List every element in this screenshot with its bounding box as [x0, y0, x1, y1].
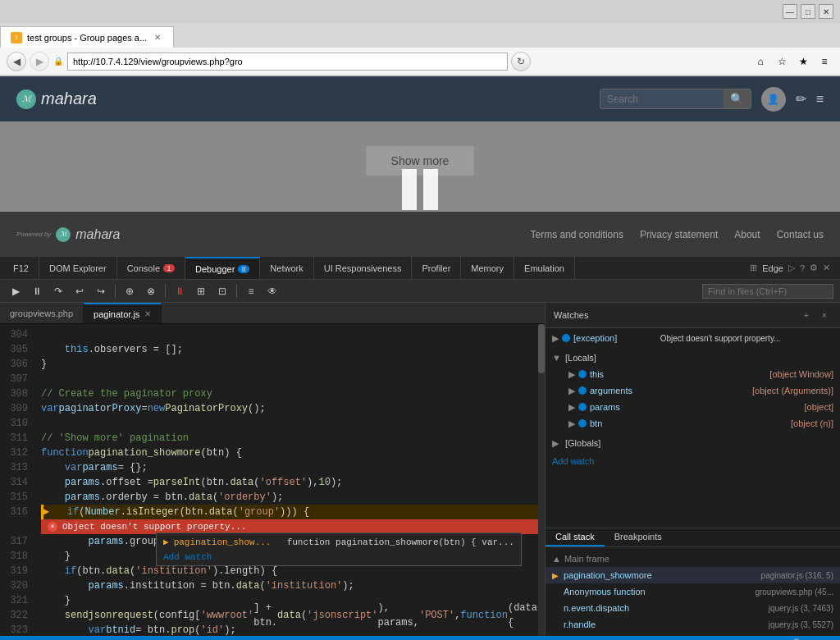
- callstack-item-1[interactable]: ▶ Anonymous function groupviews.php (45.…: [546, 583, 840, 600]
- watches-panel: Watches + × ▶ [exception] Object doesn't…: [545, 303, 840, 636]
- watch-section-exception: ▶ [exception] Object doesn't support pro…: [546, 328, 840, 348]
- devtools-tab-bar: F12 DOM Explorer Console 1 Debugger II N…: [0, 257, 840, 280]
- tab-breakpoints[interactable]: Breakpoints: [605, 528, 672, 546]
- file-tab-groupviews[interactable]: groupviews.php: [0, 303, 84, 323]
- callstack-section: Call stack Breakpoints ▲ Main frame ▶ pa…: [546, 528, 840, 636]
- close-devtools-icon[interactable]: ✕: [823, 263, 830, 273]
- breakpoints-button[interactable]: ⊕: [121, 282, 139, 300]
- active-frame-icon: ▶: [552, 571, 559, 580]
- tab-console[interactable]: Console 1: [117, 257, 185, 279]
- pause-button[interactable]: ⏸: [28, 282, 46, 300]
- close-button[interactable]: ✕: [819, 4, 833, 19]
- scrollbar-thumb[interactable]: [538, 324, 545, 373]
- edit-icon[interactable]: ✏: [796, 91, 806, 107]
- callstack-item-0[interactable]: ▶ pagination_showmore paginator.js (316,…: [546, 567, 840, 583]
- params-dot: [578, 403, 587, 411]
- file-tab-paginator[interactable]: paginator.js ✕: [84, 303, 162, 323]
- find-input[interactable]: [702, 284, 833, 299]
- menu-icon[interactable]: ≡: [816, 92, 824, 107]
- footer-contact-link[interactable]: Contact us: [777, 229, 824, 240]
- toolbar-separator-3: [236, 285, 237, 298]
- favorites-icon[interactable]: ☆: [773, 53, 791, 71]
- star-icon[interactable]: ★: [794, 53, 812, 71]
- tab-ui-responsiveness[interactable]: UI Responsiveness: [314, 257, 413, 279]
- search-button[interactable]: 🔍: [724, 89, 751, 108]
- play-button[interactable]: ▶: [7, 282, 25, 300]
- minimize-button[interactable]: —: [783, 4, 797, 19]
- footer-about-link[interactable]: About: [734, 229, 760, 240]
- footer-logo-icon: ℳ: [56, 227, 71, 242]
- tab-network[interactable]: Network: [260, 257, 313, 279]
- tab-call-stack[interactable]: Call stack: [546, 528, 605, 546]
- browser-chrome: — □ ✕ t test groups - Group pages a... ✕…: [0, 0, 840, 76]
- exception-button[interactable]: ⊗: [142, 282, 160, 300]
- pause-bar-1: [402, 169, 417, 210]
- footer-terms-link[interactable]: Terms and conditions: [531, 229, 623, 240]
- code-scrollbar[interactable]: [538, 324, 545, 636]
- step-out-button[interactable]: ↪: [92, 282, 110, 300]
- btn-dot: [578, 419, 587, 427]
- watch-exception-header[interactable]: ▶ [exception] Object doesn't support pro…: [546, 330, 840, 346]
- settings-devtools-icon[interactable]: ⚙: [810, 263, 818, 273]
- eval-button[interactable]: ≡: [242, 282, 260, 300]
- tooltip-add-watch-link[interactable]: Add watch: [157, 551, 521, 565]
- settings-icon[interactable]: ≡: [815, 53, 833, 71]
- browser-tab[interactable]: t test groups - Group pages a... ✕: [0, 26, 174, 48]
- watches-delete-button[interactable]: ×: [817, 308, 832, 322]
- toggle-button[interactable]: ⊞: [192, 282, 210, 300]
- search-input[interactable]: [600, 90, 724, 108]
- find-bar: [699, 284, 833, 299]
- tooltip-item[interactable]: ▶ pagination_show... function pagination…: [157, 533, 521, 551]
- tab-profiler[interactable]: Profiler: [412, 257, 461, 279]
- help-icon[interactable]: ?: [800, 263, 805, 273]
- more-button[interactable]: ⊡: [213, 282, 231, 300]
- watch-locals-header[interactable]: ▼ [Locals]: [546, 350, 840, 366]
- mahara-footer: Powered by ℳ mahara Terms and conditions…: [0, 212, 840, 257]
- tab-memory[interactable]: Memory: [461, 257, 514, 279]
- forward-button[interactable]: ▶: [30, 52, 49, 71]
- maximize-button[interactable]: □: [801, 4, 815, 19]
- code-editor[interactable]: 304 305 306 307 308 309 310 311 312 313 …: [0, 324, 545, 636]
- tab-close-button[interactable]: ✕: [152, 32, 163, 43]
- footer-privacy-link[interactable]: Privacy statement: [640, 229, 718, 240]
- refresh-button[interactable]: ↻: [511, 52, 531, 71]
- tab-debugger[interactable]: Debugger II: [185, 257, 260, 279]
- toolbar-separator-1: [115, 285, 116, 298]
- line-numbers: 304 305 306 307 308 309 310 311 312 313 …: [0, 324, 34, 636]
- tab-emulation[interactable]: Emulation: [514, 257, 575, 279]
- code-line-315: params.orderby = btn.data('orderby');: [41, 490, 538, 505]
- watches-content: ▶ [exception] Object doesn't support pro…: [546, 328, 840, 528]
- callstack-item-3[interactable]: ▶ r.handle jquery.js (3, 5527): [546, 616, 840, 633]
- globals-label: [Globals]: [565, 438, 600, 448]
- view-icon[interactable]: ⊞: [750, 263, 757, 273]
- watch-globals-header[interactable]: ▶ [Globals]: [546, 435, 840, 451]
- dock-icon[interactable]: ▷: [788, 263, 795, 273]
- back-button[interactable]: ◀: [7, 52, 26, 71]
- file-tab-close-button[interactable]: ✕: [144, 309, 151, 318]
- exception-dot: [562, 334, 570, 342]
- add-watch-link[interactable]: Add watch: [546, 453, 840, 469]
- callstack-item-2[interactable]: ▶ n.event.dispatch jquery.js (3, 7463): [546, 600, 840, 616]
- tab-f12[interactable]: F12: [3, 257, 39, 279]
- watches-toolbar: + ×: [799, 308, 832, 322]
- logo-icon: ℳ: [16, 89, 36, 109]
- watch-expand-icon: ▶: [552, 333, 562, 344]
- tab-dom-explorer[interactable]: DOM Explorer: [39, 257, 117, 279]
- user-avatar[interactable]: 👤: [761, 87, 786, 112]
- toolbar-separator-2: [165, 285, 166, 298]
- watch-arguments: ▶ arguments [object (Arguments)]: [546, 382, 840, 399]
- watch-section-globals: ▶ [Globals]: [546, 433, 840, 453]
- tab-favicon: t: [11, 32, 22, 43]
- step-over-button[interactable]: ↷: [49, 282, 67, 300]
- show-more-button[interactable]: Show more: [367, 146, 474, 176]
- watch-button[interactable]: 👁: [263, 282, 281, 300]
- code-line-316: ▶ if (Number.isInteger(btn.data('group')…: [41, 505, 538, 519]
- pause-on-exception-button[interactable]: ⏸: [171, 282, 189, 300]
- watches-add-button[interactable]: +: [799, 308, 814, 322]
- tooltip-detail: function pagination_showmore(btn) { var.…: [276, 537, 514, 547]
- home-icon[interactable]: ⌂: [751, 53, 769, 71]
- watches-header: Watches + ×: [546, 303, 840, 328]
- url-input[interactable]: [67, 53, 508, 71]
- this-dot: [578, 370, 587, 378]
- step-in-button[interactable]: ↩: [71, 282, 89, 300]
